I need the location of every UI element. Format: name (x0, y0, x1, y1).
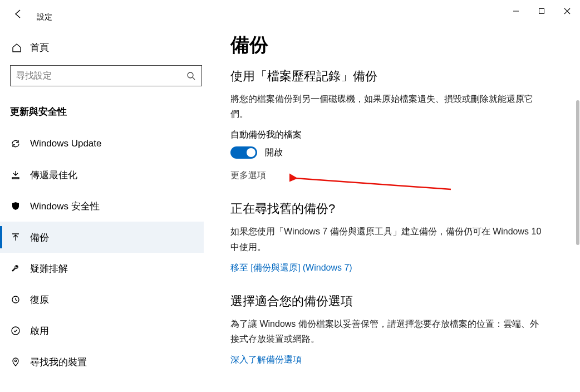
back-button[interactable] (10, 6, 27, 22)
svg-point-4 (188, 72, 193, 78)
page-title: 備份 (230, 32, 571, 58)
sidebar-item-label: 疑難排解 (30, 262, 68, 275)
minimize-button[interactable] (503, 2, 529, 20)
learn-more-link[interactable]: 深入了解備份選項 (230, 354, 571, 366)
sidebar-item-find-my-device[interactable]: 尋找我的裝置 (0, 346, 204, 378)
sidebar-item-label: 啟用 (30, 325, 49, 337)
search-icon (186, 71, 196, 81)
wrench-icon (10, 263, 21, 273)
more-options-link[interactable]: 更多選項 (230, 170, 571, 182)
sidebar-item-delivery-optimization[interactable]: 傳遞最佳化 (0, 159, 204, 190)
sidebar-item-label: 復原 (30, 293, 49, 306)
delivery-icon (10, 170, 21, 180)
shield-icon (10, 201, 21, 211)
svg-rect-1 (539, 9, 544, 14)
sidebar-item-label: 尋找我的裝置 (30, 356, 87, 369)
home-label: 首頁 (30, 41, 49, 54)
sidebar-item-label: 傳遞最佳化 (30, 169, 77, 182)
sync-icon (10, 139, 21, 149)
sidebar-item-label: Windows 安全性 (30, 200, 100, 213)
section2-heading: 正在尋找舊的備份? (230, 200, 571, 217)
activation-icon (10, 326, 21, 336)
section2-desc: 如果您使用「Windows 7 備份與還原工具」建立備份，備份仍可在 Windo… (230, 224, 542, 254)
section-header: 更新與安全性 (10, 105, 204, 118)
toggle-state: 開啟 (265, 147, 283, 159)
sidebar-item-troubleshoot[interactable]: 疑難排解 (0, 253, 204, 284)
section3-desc: 為了讓 Windows 備份檔案以妥善保管，請選擇您要存放檔案的位置：雲端、外接… (230, 316, 542, 346)
sidebar-item-activation[interactable]: 啟用 (0, 315, 204, 346)
auto-backup-toggle[interactable] (230, 146, 257, 159)
sidebar-item-windows-security[interactable]: Windows 安全性 (0, 190, 204, 222)
svg-line-5 (193, 77, 195, 80)
section3-heading: 選擇適合您的備份選項 (230, 293, 571, 310)
home-icon (11, 43, 22, 53)
scrollbar-thumb[interactable] (576, 100, 579, 245)
svg-point-8 (14, 360, 16, 361)
search-input[interactable] (16, 71, 186, 81)
recovery-icon (10, 295, 21, 305)
backup-icon (10, 232, 21, 242)
search-input-container[interactable] (10, 65, 202, 86)
sidebar-item-windows-update[interactable]: Windows Update (0, 128, 204, 159)
svg-point-7 (12, 327, 19, 335)
sidebar-item-label: Windows Update (30, 138, 102, 149)
section1-heading: 使用「檔案歷程記錄」備份 (230, 68, 571, 85)
goto-backup-restore-link[interactable]: 移至 [備份與還原] (Windows 7) (230, 262, 571, 274)
sidebar-item-label: 備份 (30, 231, 49, 244)
home-button[interactable]: 首頁 (10, 35, 204, 62)
close-button[interactable] (554, 2, 580, 20)
maximize-button[interactable] (529, 2, 554, 20)
section1-desc: 將您的檔案備份到另一個磁碟機，如果原始檔案遺失、損毀或刪除就能還原它們。 (230, 91, 542, 121)
sidebar-item-recovery[interactable]: 復原 (0, 284, 204, 315)
app-title: 設定 (37, 12, 52, 22)
sidebar-item-backup[interactable]: 備份 (0, 222, 204, 253)
toggle-label: 自動備份我的檔案 (230, 129, 571, 141)
location-icon (10, 357, 21, 367)
